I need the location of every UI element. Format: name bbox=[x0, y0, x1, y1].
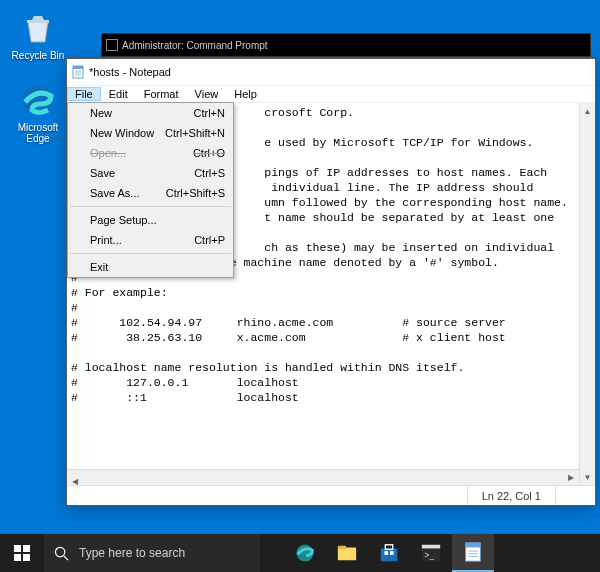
status-cell bbox=[555, 486, 595, 505]
svg-rect-9 bbox=[23, 554, 30, 561]
scroll-down-icon[interactable]: ▼ bbox=[580, 469, 595, 485]
cmd-title-text: Administrator: Command Prompt bbox=[122, 40, 268, 51]
taskbar-notepad[interactable] bbox=[452, 534, 494, 572]
menu-separator bbox=[70, 206, 231, 207]
desktop-icon-label: Recycle Bin bbox=[8, 50, 68, 61]
taskbar-pinned: >_ bbox=[284, 534, 494, 572]
scroll-right-icon[interactable]: ▶ bbox=[563, 470, 579, 485]
search-icon bbox=[54, 546, 69, 561]
taskbar-store[interactable] bbox=[368, 534, 410, 572]
svg-rect-13 bbox=[338, 548, 356, 561]
menu-item-open: Open...Ctrl+O bbox=[68, 143, 233, 163]
edge-icon bbox=[18, 80, 58, 120]
taskbar-search[interactable]: Type here to search bbox=[44, 534, 260, 572]
svg-rect-20 bbox=[422, 545, 440, 549]
menu-item-save[interactable]: SaveCtrl+S bbox=[68, 163, 233, 183]
menu-item-exit[interactable]: Exit bbox=[68, 257, 233, 277]
taskbar-explorer[interactable] bbox=[326, 534, 368, 572]
scroll-left-icon[interactable]: ◀ bbox=[67, 474, 83, 489]
cmd-icon bbox=[106, 39, 118, 51]
svg-rect-14 bbox=[338, 546, 346, 550]
svg-rect-15 bbox=[381, 548, 398, 561]
menu-view[interactable]: View bbox=[187, 87, 227, 101]
desktop-icon-edge[interactable]: Microsoft Edge bbox=[8, 80, 68, 144]
desktop-icon-recycle-bin[interactable]: Recycle Bin bbox=[8, 8, 68, 61]
menu-item-print[interactable]: Print...Ctrl+P bbox=[68, 230, 233, 250]
menu-format[interactable]: Format bbox=[136, 87, 187, 101]
svg-line-11 bbox=[64, 555, 68, 559]
search-placeholder: Type here to search bbox=[79, 546, 185, 560]
svg-rect-17 bbox=[384, 551, 388, 555]
menu-item-new-window[interactable]: New WindowCtrl+Shift+N bbox=[68, 123, 233, 143]
notepad-statusbar: Ln 22, Col 1 bbox=[67, 485, 595, 505]
menu-item-new[interactable]: NewCtrl+N bbox=[68, 103, 233, 123]
menu-help[interactable]: Help bbox=[226, 87, 265, 101]
svg-text:>_: >_ bbox=[425, 551, 435, 560]
scroll-up-icon[interactable]: ▲ bbox=[580, 103, 595, 119]
svg-rect-2 bbox=[73, 66, 83, 69]
status-position: Ln 22, Col 1 bbox=[467, 486, 555, 505]
scrollbar-vertical[interactable]: ▲ ▼ bbox=[579, 103, 595, 485]
notepad-icon bbox=[71, 65, 85, 79]
taskbar-cmd[interactable]: >_ bbox=[410, 534, 452, 572]
taskbar-edge[interactable] bbox=[284, 534, 326, 572]
menu-edit[interactable]: Edit bbox=[101, 87, 136, 101]
notepad-menubar: File Edit Format View Help bbox=[67, 85, 595, 103]
windows-logo-icon bbox=[14, 545, 30, 561]
notepad-titlebar[interactable]: *hosts - Notepad bbox=[67, 59, 595, 85]
menu-separator bbox=[70, 253, 231, 254]
menu-item-page-setup[interactable]: Page Setup... bbox=[68, 210, 233, 230]
taskbar: Type here to search >_ bbox=[0, 534, 600, 572]
file-menu-dropdown: NewCtrl+N New WindowCtrl+Shift+N Open...… bbox=[67, 102, 234, 278]
start-button[interactable] bbox=[0, 534, 44, 572]
cmd-titlebar[interactable]: Administrator: Command Prompt bbox=[102, 34, 590, 56]
cmd-window[interactable]: Administrator: Command Prompt bbox=[101, 33, 591, 57]
svg-rect-7 bbox=[23, 545, 30, 552]
svg-rect-8 bbox=[14, 554, 21, 561]
recycle-bin-icon bbox=[18, 8, 58, 48]
svg-rect-6 bbox=[14, 545, 21, 552]
svg-rect-18 bbox=[390, 551, 394, 555]
desktop-icon-label: Microsoft Edge bbox=[8, 122, 68, 144]
menu-item-save-as[interactable]: Save As...Ctrl+Shift+S bbox=[68, 183, 233, 203]
svg-point-10 bbox=[55, 547, 64, 556]
menu-file[interactable]: File bbox=[67, 87, 101, 101]
svg-rect-23 bbox=[466, 543, 481, 548]
notepad-title-text: *hosts - Notepad bbox=[89, 66, 171, 78]
scrollbar-horizontal[interactable]: ◀ ▶ bbox=[67, 469, 579, 485]
